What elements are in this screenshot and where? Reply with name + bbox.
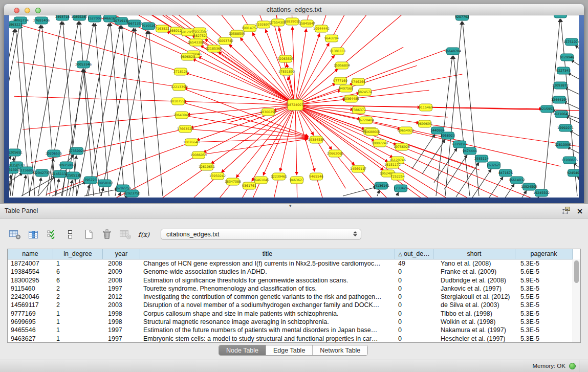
table-cell[interactable]: Tourette syndrome. Phenomenology and cla… xyxy=(140,285,395,293)
table-cell[interactable]: 0 xyxy=(395,276,433,285)
table-row[interactable]: 1456911722003Disruption of a novel membe… xyxy=(8,301,573,309)
graph-node[interactable]: 15845847 xyxy=(299,20,315,27)
table-cell[interactable]: 0 xyxy=(395,318,433,326)
graph-node[interactable]: 12213398 xyxy=(171,83,187,91)
show-column-button[interactable] xyxy=(26,227,41,242)
table-cell[interactable]: 1 xyxy=(53,310,103,318)
graph-node[interactable]: 12185364 xyxy=(206,45,222,52)
table-cell[interactable]: Nakamura et al. (1997) xyxy=(433,326,515,334)
graph-node[interactable]: 9896820 xyxy=(181,53,195,60)
graph-node[interactable]: 18839057 xyxy=(284,18,300,25)
table-mode-settings-button[interactable] xyxy=(7,227,23,242)
graph-node[interactable]: 22063505 xyxy=(277,55,294,62)
edit-columns-button[interactable] xyxy=(44,227,59,242)
table-cell[interactable]: Estimation of significance thresholds fo… xyxy=(140,276,395,285)
splitter-grip-icon[interactable]: ▾ xyxy=(289,204,292,208)
graph-node[interactable]: 18347088 xyxy=(225,178,241,185)
graph-node[interactable]: 10855287 xyxy=(71,15,88,20)
graph-node[interactable]: 9777169 xyxy=(333,77,347,84)
table-cell[interactable]: 1 xyxy=(53,326,103,334)
table-row[interactable]: 1872400712008Changes of HCN gene express… xyxy=(8,259,573,268)
table-cell[interactable]: Jankovic et al. (1997) xyxy=(433,285,515,293)
graph-node[interactable]: 1863223 xyxy=(9,21,23,28)
table-row[interactable]: 911546021997Tourette syndrome. Phenomeno… xyxy=(8,285,573,293)
row-height-button[interactable] xyxy=(62,227,78,242)
graph-nodes[interactable]: 1872400718300295716382286601285912954182… xyxy=(9,15,579,197)
vertical-scrollbar[interactable] xyxy=(573,259,580,342)
table-cell[interactable]: 0 xyxy=(395,310,433,318)
graph-node[interactable]: 10944442 xyxy=(313,25,330,32)
graph-node[interactable]: 9699695 xyxy=(418,120,432,127)
graph-node[interactable]: 10975887 xyxy=(58,162,75,169)
window-titlebar[interactable]: citations_edges.txt xyxy=(4,4,584,15)
graph-node[interactable]: 12093872 xyxy=(552,82,569,89)
graph-node[interactable]: 8931301 xyxy=(9,166,19,173)
table-cell[interactable]: 0 xyxy=(395,301,433,309)
graph-node[interactable]: 16461045 xyxy=(253,177,269,184)
graph-node[interactable]: 9463627 xyxy=(290,177,304,184)
table-cell[interactable]: 0 xyxy=(395,285,433,293)
graph-node[interactable]: 9497568 xyxy=(339,85,353,92)
table-cell[interactable]: 6 xyxy=(53,268,103,276)
table-cell[interactable]: Wolkin et al. (1998) xyxy=(433,318,515,326)
graph-node[interactable]: 2718126 xyxy=(173,68,188,75)
table-cell[interactable]: 49 xyxy=(395,259,433,268)
table-row[interactable]: 969969511998Structural magnetic resonanc… xyxy=(8,318,573,326)
table-cell[interactable]: 1998 xyxy=(103,318,140,326)
table-cell[interactable]: 0 xyxy=(395,268,433,276)
table-cell[interactable]: 22420046 xyxy=(8,293,53,301)
table-cell[interactable]: 5.3E-5 xyxy=(515,326,573,334)
table-cell[interactable]: Genome-wide association studies in ADHD. xyxy=(140,268,395,276)
graph-node[interactable]: 18300295 xyxy=(260,108,276,116)
graph-node[interactable]: 6379197 xyxy=(452,141,467,148)
graph-node[interactable]: 7163822 xyxy=(155,25,169,32)
graph-node[interactable]: 17200655 xyxy=(561,157,578,164)
graph-node[interactable]: 9643784 xyxy=(324,35,339,42)
graph-node[interactable]: 18724007 xyxy=(287,100,303,111)
graph-node[interactable]: 19654923 xyxy=(398,127,414,134)
table-cell[interactable]: Corpus callosum shape and size in male p… xyxy=(140,310,395,318)
table-row[interactable]: 1830029562008Estimation of significance … xyxy=(8,276,573,285)
graph-node[interactable]: 9361761 xyxy=(242,182,256,189)
graph-node[interactable]: 3824574 xyxy=(358,89,372,96)
table-cell[interactable]: Yano et al. (2008) xyxy=(433,259,515,268)
graph-node[interactable]: 12610651 xyxy=(199,163,215,170)
table-cell[interactable]: 0 xyxy=(395,293,433,301)
table-cell[interactable]: 2012 xyxy=(103,293,140,301)
table-cell[interactable]: Dudbridge et al. (2008) xyxy=(433,276,515,285)
graph-node[interactable]: 27691406 xyxy=(33,17,50,24)
table-cell[interactable]: 2009 xyxy=(103,268,140,276)
delete-columns-button[interactable] xyxy=(118,227,133,242)
table-cell[interactable]: 6 xyxy=(53,276,103,285)
graph-node[interactable]: 14569117 xyxy=(350,165,366,172)
table-cell[interactable]: 5.3E-5 xyxy=(515,285,573,293)
table-cell[interactable]: 2008 xyxy=(103,259,140,268)
graph-node[interactable]: 14136141 xyxy=(373,182,389,189)
graph-node[interactable]: 9245405 xyxy=(567,169,579,177)
graph-node[interactable]: 10688609 xyxy=(364,128,380,136)
graph-node[interactable]: 16151172 xyxy=(384,161,401,168)
graph-node[interactable]: 18076640 xyxy=(183,139,200,146)
table-cell[interactable]: Stergiakouli et al. (2012) xyxy=(433,293,515,301)
tab-node-table[interactable]: Node Table xyxy=(219,345,266,355)
graph-node[interactable]: 9465546 xyxy=(309,173,323,180)
graph-node[interactable]: 12444194 xyxy=(551,96,568,103)
table-selector-dropdown[interactable]: citations_edges.txt xyxy=(161,229,361,240)
graph-node[interactable]: 17359924 xyxy=(69,147,85,155)
graph-node[interactable]: 15751074 xyxy=(563,38,579,46)
graph-node[interactable]: 12810996 xyxy=(555,141,571,148)
table-cell[interactable]: 0 xyxy=(395,326,433,334)
column-header-out-degree[interactable]: △out_de… xyxy=(395,249,433,259)
network-graph-svg[interactable]: 1872400718300295716382286601285912954182… xyxy=(9,15,579,198)
graph-node[interactable]: 15992071 xyxy=(557,124,574,132)
table-row[interactable]: 2242004622012Investigating the contribut… xyxy=(8,293,573,301)
table-row[interactable]: 946554611997Estimation of the future num… xyxy=(8,326,573,334)
table-cell[interactable]: 2 xyxy=(53,285,103,293)
graph-node[interactable]: 12505135 xyxy=(65,172,81,179)
graph-node[interactable]: 12923750 xyxy=(124,190,140,197)
graph-node[interactable]: 9227343 xyxy=(556,67,571,74)
table-cell[interactable]: 1997 xyxy=(103,335,140,342)
graph-node[interactable]: 10958107 xyxy=(97,180,113,187)
graph-node[interactable]: 16648784 xyxy=(445,48,461,55)
scrollbar-thumb[interactable] xyxy=(574,260,579,283)
